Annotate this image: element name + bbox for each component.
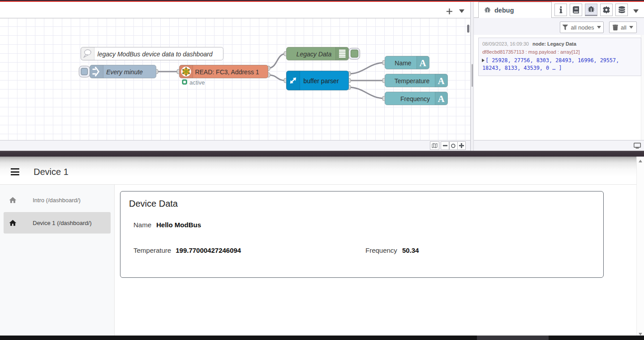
bug-icon <box>588 6 595 13</box>
bottom-bar-segment <box>477 336 549 340</box>
dashboard-content: Device Data NameHello ModBus Temperature… <box>115 185 636 340</box>
node-modbus-read[interactable]: READ: FC3, Address 1 active <box>177 65 270 86</box>
payload-line-2: 18243, 8133, 43539, 0 … ] <box>482 64 637 72</box>
dashboard-toolbar: Device 1 <box>0 157 644 185</box>
sidebar-separator[interactable] <box>470 2 474 151</box>
debug-message-payload[interactable]: [ 25928, 27756, 8303, 28493, 16996, 2955… <box>482 57 637 72</box>
field-label: Name <box>133 221 151 229</box>
payload-line-1: [ 25928, 27756, 8303, 28493, 16996, 2955… <box>485 57 619 64</box>
sidebar-tab-info-button[interactable] <box>554 4 567 16</box>
sidebar-menu-button[interactable] <box>633 7 639 15</box>
wire-parser-name[interactable] <box>348 63 385 74</box>
home-icon <box>9 219 17 227</box>
expand-triangle-icon[interactable] <box>482 59 485 62</box>
field-temperature: Temperature199.77000427246094 <box>133 246 241 254</box>
inject-button[interactable] <box>79 66 90 77</box>
monitor-icon <box>634 143 641 149</box>
debug-filter-button[interactable]: all nodes <box>560 21 604 33</box>
wire-modbus-debug[interactable] <box>268 54 286 68</box>
plus-icon <box>447 8 452 14</box>
ui-text-temperature-label: Temperature <box>395 77 430 85</box>
node-ui-text-frequency[interactable]: A Frequency <box>382 92 448 105</box>
menu-toggle-button[interactable] <box>11 168 19 175</box>
workspace-tab-bar <box>0 2 470 18</box>
debug-message-timestamp: 08/09/2023, 16:09:30 <box>482 41 529 47</box>
sidebar-footer <box>474 140 644 151</box>
zoom-out-button[interactable] <box>441 141 449 150</box>
filter-icon <box>562 25 568 30</box>
hamburger-icon-bar <box>11 174 19 175</box>
minus-icon <box>443 145 447 146</box>
modbus-flower-icon <box>181 67 191 76</box>
dashboard-menu: Intro (/dashboard/) Device 1 (/dashboard… <box>0 185 115 340</box>
node-comment[interactable]: legacy ModBus device data to dashboard <box>81 47 223 60</box>
screen-bottom-bar <box>0 336 644 340</box>
database-icon <box>618 6 625 13</box>
hamburger-icon <box>11 168 19 170</box>
sidebar-tab-config-button[interactable] <box>600 4 613 16</box>
navigator-button[interactable] <box>430 141 439 150</box>
status-ring-icon <box>183 80 186 84</box>
wire-parser-frequency[interactable] <box>348 87 385 98</box>
zoom-in-button[interactable] <box>457 141 466 150</box>
modbus-status-text: active <box>189 79 205 86</box>
debug-lines-icon <box>339 50 346 58</box>
debug-message-meta: df8ecbd817357113 : msg.payload : array[1… <box>482 49 637 55</box>
parser-label: buffer parser <box>303 77 339 85</box>
menu-item-label: Intro (/dashboard/) <box>33 197 81 204</box>
caret-down-icon <box>629 26 633 29</box>
tab-debug[interactable]: debug <box>478 2 552 18</box>
map-icon <box>432 143 438 148</box>
caret-down-icon <box>633 9 639 13</box>
gear-icon <box>603 6 610 13</box>
modbus-label: READ: FC3, Address 1 <box>195 68 259 76</box>
trash-icon <box>613 25 618 30</box>
field-value: 50.34 <box>402 246 419 254</box>
debug-message-source-node: node: Legacy Data <box>532 41 576 47</box>
field-value: Hello ModBus <box>156 221 201 229</box>
ui-text-frequency-label: Frequency <box>400 95 430 102</box>
bug-icon <box>484 7 491 13</box>
node-inject[interactable]: Every minute <box>79 65 159 78</box>
node-ui-text-name[interactable]: A Name <box>382 56 429 69</box>
add-flow-button[interactable] <box>444 6 454 16</box>
modbus-status: active <box>183 79 205 86</box>
debug-clear-label: all <box>621 24 627 31</box>
caret-down-icon <box>597 26 601 29</box>
node-debug[interactable]: Legacy Data <box>284 47 360 60</box>
node-buffer-parser[interactable]: buffer parser <box>284 71 351 90</box>
flow-list-button[interactable] <box>457 6 467 16</box>
flow-canvas[interactable]: legacy ModBus device data to dashboard <box>0 18 470 140</box>
debug-toggle-button[interactable] <box>349 48 360 60</box>
scroll-up-arrow-icon[interactable] <box>639 160 642 162</box>
circle-icon <box>451 144 455 148</box>
menu-item-device1[interactable]: Device 1 (/dashboard/) <box>4 212 111 234</box>
window-separator-bar <box>0 151 644 157</box>
dashboard-scrollbar[interactable] <box>636 157 644 340</box>
canvas-vertical-scrollbar-thumb[interactable] <box>467 25 469 33</box>
sidebar-tab-debug-button[interactable] <box>585 4 597 16</box>
menu-item-intro[interactable]: Intro (/dashboard/) <box>4 189 111 211</box>
info-icon <box>559 6 562 13</box>
field-name: NameHello ModBus <box>133 221 201 229</box>
sidebar-tab-help-button[interactable] <box>570 4 582 16</box>
debug-clear-button[interactable]: all <box>609 21 637 33</box>
field-label: Temperature <box>133 246 171 254</box>
home-icon <box>9 196 17 204</box>
debug-label: Legacy Data <box>296 51 332 58</box>
sidebar-tab-context-button[interactable] <box>615 4 628 16</box>
text-widget-icon: A <box>438 94 445 104</box>
sidebar-header: debug <box>474 2 644 18</box>
node-ui-text-temperature[interactable]: A Temperature <box>382 74 448 87</box>
tab-debug-label: debug <box>494 7 514 14</box>
wire-modbus-parser[interactable] <box>268 75 286 81</box>
zoom-reset-button[interactable] <box>449 141 458 150</box>
debug-toolbar: all nodes all <box>474 18 644 35</box>
debug-message[interactable]: 08/09/2023, 16:09:30node: Legacy Data df… <box>478 38 641 76</box>
plus-icon <box>459 143 464 148</box>
comment-label: legacy ModBus device data to dashboard <box>98 51 213 58</box>
open-debug-window-button[interactable] <box>632 141 642 150</box>
field-frequency: Frequency50.34 <box>365 246 419 254</box>
screen: legacy ModBus device data to dashboard <box>0 0 644 340</box>
debug-list-scrollbar[interactable] <box>641 35 644 142</box>
